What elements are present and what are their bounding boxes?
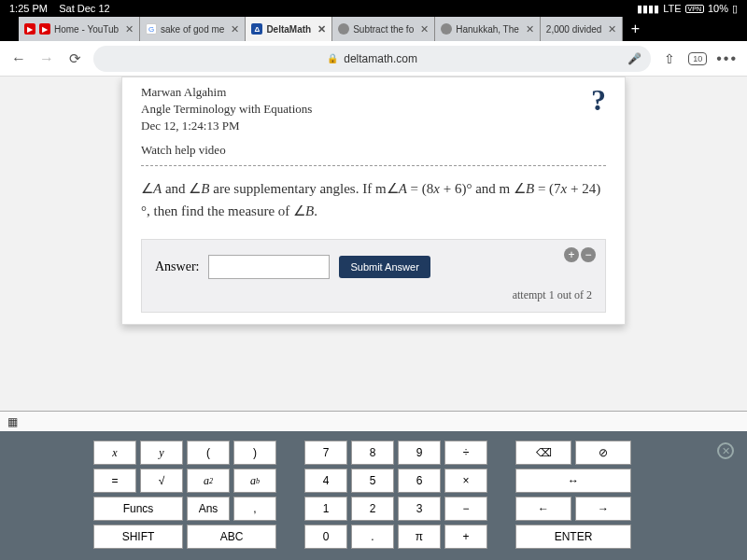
close-keyboard-button[interactable]: ✕ xyxy=(717,442,734,459)
tab-label: 2,000 divided xyxy=(546,24,602,35)
new-tab-button[interactable]: + xyxy=(623,17,647,41)
youtube-icon: ▶ xyxy=(24,23,35,35)
key-backspace[interactable]: ⌫ xyxy=(515,441,571,465)
close-icon[interactable]: ✕ xyxy=(420,23,429,35)
close-icon[interactable]: ✕ xyxy=(231,23,239,35)
tab-hanukkah[interactable]: Hanukkah, The ✕ xyxy=(435,17,541,41)
key-6[interactable]: 6 xyxy=(398,469,441,493)
key-left[interactable]: ← xyxy=(515,497,571,521)
key-4[interactable]: 4 xyxy=(304,469,347,493)
reload-button[interactable]: ⟳ xyxy=(65,50,84,67)
key-y[interactable]: y xyxy=(140,441,183,465)
url-bar: ← → ⟳ 🔒 deltamath.com 🎤 ⇧ 10 ••• xyxy=(0,41,747,77)
battery-icon: ▯ xyxy=(732,3,738,15)
youtube-icon: ▶ xyxy=(39,23,50,35)
address-bar[interactable]: 🔒 deltamath.com 🎤 xyxy=(93,46,651,72)
close-icon[interactable]: ✕ xyxy=(125,23,134,35)
key-ans[interactable]: Ans xyxy=(187,497,230,521)
key-clear[interactable]: ⊘ xyxy=(575,441,631,465)
key-right[interactable]: → xyxy=(575,497,631,521)
tab-divided[interactable]: 2,000 divided ✕ xyxy=(541,17,624,41)
key-group-numpad: 7 8 9 ÷ 4 5 6 × 1 2 3 − 0 . π + xyxy=(304,441,487,549)
key-2[interactable]: 2 xyxy=(351,497,394,521)
key-leftright[interactable]: ↔ xyxy=(515,469,631,493)
network-label: LTE xyxy=(663,3,681,14)
tab-google[interactable]: G sake of god me ✕ xyxy=(140,17,246,41)
battery-label: 10% xyxy=(708,3,728,14)
key-minus[interactable]: − xyxy=(444,497,487,521)
globe-icon xyxy=(441,23,452,35)
tab-label: sake of god me xyxy=(161,24,224,35)
tab-youtube[interactable]: ▶ ▶ Home - YouTub ✕ xyxy=(19,17,140,41)
submit-button[interactable]: Submit Answer xyxy=(339,256,430,278)
share-icon[interactable]: ⇧ xyxy=(660,51,679,66)
tab-count[interactable]: 10 xyxy=(688,52,707,65)
calculator-icon[interactable]: ▦ xyxy=(7,415,18,428)
student-name: Marwan Algahim xyxy=(141,85,606,100)
status-bar: 1:25 PM Sat Dec 12 ▮▮▮▮ LTE VPN 10% ▯ xyxy=(0,0,747,17)
problem-card: ? Marwan Algahim Angle Terminology with … xyxy=(121,77,626,325)
forward-button[interactable]: → xyxy=(37,50,56,67)
key-9[interactable]: 9 xyxy=(398,441,441,465)
deltamath-icon: Δ xyxy=(251,23,262,35)
key-group-right: ⌫ ⊘ ↔ ← → ENTER xyxy=(515,441,631,549)
close-icon[interactable]: ✕ xyxy=(526,23,534,35)
tab-label: Home - YouTub xyxy=(54,24,119,35)
vpn-label: VPN xyxy=(685,5,704,13)
key-enter[interactable]: ENTER xyxy=(515,525,631,549)
math-keyboard: ✕ x y ( ) = √ a2 ab Funcs Ans , SHIFT AB… xyxy=(0,431,747,560)
page-content: ? Marwan Algahim Angle Terminology with … xyxy=(0,77,747,411)
key-divide[interactable]: ÷ xyxy=(444,441,487,465)
key-8[interactable]: 8 xyxy=(351,441,394,465)
add-answer-icon[interactable]: + xyxy=(564,247,579,262)
keyboard-strip: ▦ xyxy=(0,411,747,431)
key-funcs[interactable]: Funcs xyxy=(93,497,183,521)
answer-input[interactable] xyxy=(208,255,330,279)
key-power[interactable]: ab xyxy=(233,469,276,493)
tab-deltamath[interactable]: Δ DeltaMath ✕ xyxy=(246,17,332,41)
attempt-text: attempt 1 out of 2 xyxy=(155,288,592,302)
key-3[interactable]: 3 xyxy=(398,497,441,521)
key-pi[interactable]: π xyxy=(398,525,441,549)
tab-label: DeltaMath xyxy=(266,24,311,35)
key-squared[interactable]: a2 xyxy=(187,469,230,493)
status-time: 1:25 PM xyxy=(9,3,48,14)
more-icon[interactable]: ••• xyxy=(716,50,738,67)
tab-label: Hanukkah, The xyxy=(456,24,519,35)
key-multiply[interactable]: × xyxy=(444,469,487,493)
url-text: deltamath.com xyxy=(344,52,417,65)
tab-subtract[interactable]: Subtract the fo ✕ xyxy=(332,17,435,41)
key-0[interactable]: 0 xyxy=(304,525,347,549)
problem-text: ∠A and ∠B are supplementary angles. If m… xyxy=(141,177,606,222)
key-sqrt[interactable]: √ xyxy=(140,469,183,493)
key-1[interactable]: 1 xyxy=(304,497,347,521)
remove-answer-icon[interactable]: − xyxy=(581,247,596,262)
globe-icon xyxy=(338,23,349,35)
divider xyxy=(141,165,606,166)
datetime: Dec 12, 1:24:13 PM xyxy=(141,119,606,133)
topic-title: Angle Terminology with Equations xyxy=(141,102,606,117)
status-date: Sat Dec 12 xyxy=(59,3,109,14)
key-comma[interactable]: , xyxy=(233,497,276,521)
key-x[interactable]: x xyxy=(93,441,136,465)
key-7[interactable]: 7 xyxy=(304,441,347,465)
browser-tab-bar: ▶ ▶ Home - YouTub ✕ G sake of god me ✕ Δ… xyxy=(0,17,747,41)
mic-icon[interactable]: 🎤 xyxy=(627,52,641,65)
key-5[interactable]: 5 xyxy=(351,469,394,493)
key-open-paren[interactable]: ( xyxy=(187,441,230,465)
back-button[interactable]: ← xyxy=(9,50,28,67)
google-icon: G xyxy=(146,23,157,35)
key-group-left: x y ( ) = √ a2 ab Funcs Ans , SHIFT ABC xyxy=(93,441,276,549)
close-icon[interactable]: ✕ xyxy=(608,23,616,35)
answer-section: + − Answer: Submit Answer attempt 1 out … xyxy=(141,239,606,313)
close-icon[interactable]: ✕ xyxy=(317,23,326,35)
key-equals[interactable]: = xyxy=(93,469,136,493)
help-icon[interactable]: ? xyxy=(591,83,606,118)
watch-help-link[interactable]: Watch help video xyxy=(141,143,606,158)
key-close-paren[interactable]: ) xyxy=(233,441,276,465)
key-dot[interactable]: . xyxy=(351,525,394,549)
key-abc[interactable]: ABC xyxy=(187,525,276,549)
answer-label: Answer: xyxy=(155,259,199,274)
key-plus[interactable]: + xyxy=(444,525,487,549)
key-shift[interactable]: SHIFT xyxy=(93,525,183,549)
